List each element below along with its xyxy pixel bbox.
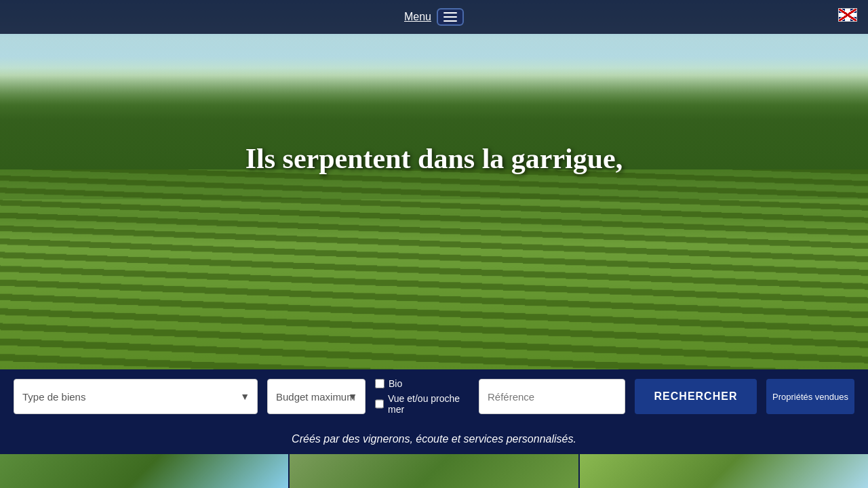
- hero-text-area: Ils serpentent dans la garrigue,: [0, 142, 868, 175]
- main-nav: Menu: [404, 8, 464, 26]
- bio-checkbox-label[interactable]: Bio: [375, 378, 469, 389]
- sea-view-checkbox[interactable]: [375, 399, 384, 409]
- tagline-bar: Créés par des vignerons, écoute et servi…: [0, 424, 868, 454]
- search-bar: Type de biens Domaine viticole Maison de…: [0, 369, 868, 424]
- hero-heading: Ils serpentent dans la garrigue,: [0, 142, 868, 175]
- tagline-text: Créés par des vignerons, écoute et servi…: [292, 433, 576, 445]
- search-button[interactable]: RECHERCHER: [635, 379, 757, 414]
- hero-section: [0, 0, 868, 376]
- filter-checkboxes: Bio Vue et/ou proche mer: [375, 378, 469, 415]
- thumbnail-2[interactable]: [290, 454, 579, 488]
- type-select[interactable]: Type de biens Domaine viticole Maison de…: [14, 379, 258, 414]
- thumbnail-strip: [0, 454, 868, 488]
- bio-checkbox[interactable]: [375, 379, 384, 388]
- vineyard-rows: [0, 169, 868, 376]
- bio-label: Bio: [389, 378, 402, 389]
- sea-view-label: Vue et/ou proche mer: [388, 393, 469, 415]
- sold-properties-button[interactable]: Propriétés vendues: [766, 379, 854, 414]
- menu-label: Menu: [404, 11, 431, 23]
- uk-flag-icon: [838, 8, 857, 22]
- sea-view-checkbox-label[interactable]: Vue et/ou proche mer: [375, 393, 469, 415]
- hamburger-line-2: [443, 16, 457, 18]
- thumbnail-1[interactable]: [0, 454, 290, 488]
- reference-input[interactable]: [479, 379, 625, 414]
- menu-toggle-button[interactable]: [437, 8, 464, 26]
- budget-select-wrapper: Budget maximum 500 000 € 1 000 000 € 2 0…: [267, 379, 366, 414]
- language-selector[interactable]: [838, 8, 857, 24]
- budget-select[interactable]: Budget maximum 500 000 € 1 000 000 € 2 0…: [267, 379, 366, 414]
- thumbnail-3[interactable]: [580, 454, 868, 488]
- hamburger-line-3: [443, 20, 457, 22]
- type-select-wrapper: Type de biens Domaine viticole Maison de…: [14, 379, 258, 414]
- header: Menu: [0, 0, 868, 34]
- hamburger-line-1: [443, 12, 457, 14]
